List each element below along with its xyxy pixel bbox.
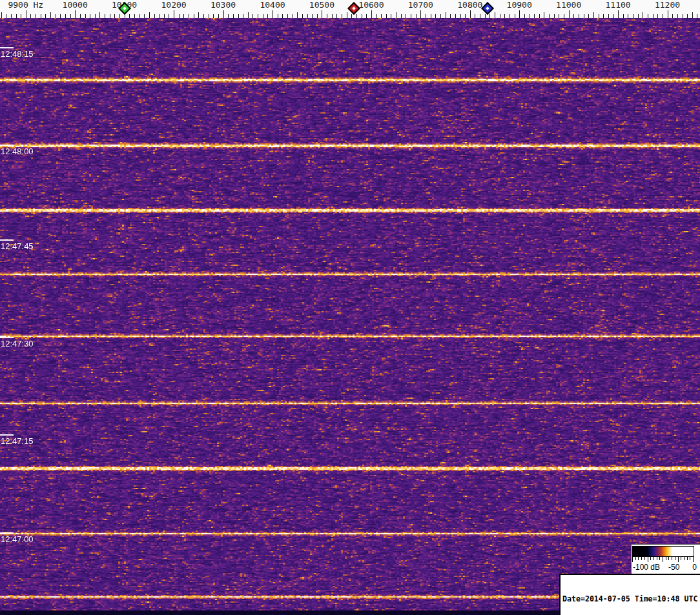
- ruler-tick: [134, 14, 135, 18]
- ruler-tick: [273, 10, 273, 18]
- legend-tick: [654, 557, 654, 560]
- marker-center-dot: [123, 6, 127, 10]
- ruler-tick: [169, 14, 169, 18]
- ruler-tick: [638, 14, 639, 18]
- ruler-tick: [489, 14, 490, 18]
- ruler-tick: [154, 14, 155, 18]
- ruler-tick: [99, 12, 100, 18]
- ruler-tick: [420, 10, 421, 18]
- ruler-tick: [50, 12, 51, 18]
- ruler-tick: [608, 14, 609, 18]
- ruler-tick: [539, 14, 540, 18]
- ruler-tick: [30, 14, 31, 18]
- ruler-tick: [60, 14, 61, 18]
- ruler-tick: [613, 14, 614, 18]
- ruler-tick: [95, 14, 96, 18]
- ruler-tick: [663, 14, 663, 18]
- legend-tick: [678, 557, 679, 562]
- ruler-tick: [41, 14, 41, 18]
- ruler-tick: [485, 14, 486, 18]
- freq-label: 11100: [606, 0, 631, 10]
- ruler-tick: [465, 14, 466, 18]
- legend-tick: [638, 557, 639, 560]
- ruler-tick: [376, 14, 377, 18]
- ruler-tick: [209, 14, 209, 18]
- legend-tick: [632, 557, 633, 562]
- ruler-tick: [336, 14, 337, 18]
- ruler-tick: [470, 10, 471, 18]
- legend-mid-label: -50: [668, 563, 679, 572]
- ruler-tick: [633, 14, 633, 18]
- ruler-tick: [519, 10, 520, 18]
- ruler-tick: [618, 10, 619, 18]
- ruler-tick: [455, 14, 456, 18]
- ruler-tick: [149, 12, 150, 18]
- ruler-tick: [11, 14, 12, 18]
- ruler-tick: [293, 14, 293, 18]
- ruler-tick: [312, 14, 313, 18]
- ruler-tick: [396, 12, 396, 18]
- ruler-tick: [85, 14, 86, 18]
- legend-tick: [657, 557, 657, 560]
- ruler-tick: [530, 14, 530, 18]
- ruler-tick: [515, 14, 515, 18]
- ruler-tick: [159, 14, 160, 18]
- ruler-tick: [406, 14, 406, 18]
- ruler-tick: [110, 14, 110, 18]
- ruler-tick: [144, 14, 145, 18]
- ruler-tick: [75, 10, 76, 18]
- ruler-tick: [603, 14, 604, 18]
- freq-label: 10900: [507, 0, 532, 10]
- freq-label: 11000: [556, 0, 581, 10]
- ruler-tick: [579, 14, 579, 18]
- ruler-tick: [460, 14, 461, 18]
- marker-blue-diamond-icon[interactable]: [481, 2, 494, 15]
- legend-tick: [659, 557, 660, 560]
- ruler-tick: [6, 14, 6, 18]
- colorbar-ticks: [632, 557, 694, 563]
- ruler-tick: [322, 10, 322, 18]
- status-info-box: Date=2014-07-05 Time=10:48 UTC Freq=143 …: [559, 574, 700, 615]
- ruler-tick: [648, 14, 648, 18]
- ruler-tick: [1, 12, 2, 18]
- ruler-tick: [643, 12, 643, 18]
- time-label: 12:47:15: [1, 436, 34, 446]
- ruler-tick: [573, 14, 574, 18]
- ruler-tick: [356, 14, 357, 18]
- ruler-tick: [21, 14, 21, 18]
- ruler-tick: [569, 10, 570, 18]
- legend-tick: [644, 557, 645, 560]
- ruler-tick: [238, 14, 239, 18]
- ruler-tick: [446, 12, 446, 18]
- ruler-tick: [347, 12, 347, 18]
- ruler-tick: [105, 14, 105, 18]
- freq-label: 9900 Hz: [8, 0, 43, 10]
- colorbar-gradient: [632, 546, 694, 557]
- freq-label: 11200: [655, 0, 680, 10]
- ruler-tick: [139, 14, 140, 18]
- freq-label: 10000: [63, 0, 88, 10]
- legend-min-label: -100 dB: [633, 563, 660, 572]
- freq-label: 10600: [358, 0, 384, 10]
- ruler-tick: [203, 14, 204, 18]
- ruler-tick: [198, 12, 199, 18]
- legend-tick: [641, 557, 642, 560]
- ruler-tick: [554, 14, 555, 18]
- ruler-tick: [223, 10, 224, 18]
- waterfall-display: [0, 18, 700, 615]
- time-label: 12:47:45: [1, 241, 34, 251]
- ruler-tick: [500, 14, 500, 18]
- ruler-tick: [302, 14, 303, 18]
- ruler-tick: [657, 14, 658, 18]
- ruler-tick: [114, 14, 115, 18]
- legend-tick: [668, 557, 669, 560]
- ruler-tick: [599, 14, 599, 18]
- ruler-tick: [16, 14, 17, 18]
- ruler-tick: [510, 14, 510, 18]
- ruler-tick: [416, 14, 417, 18]
- ruler-tick: [258, 14, 258, 18]
- ruler-tick: [327, 14, 327, 18]
- ruler-tick: [401, 14, 402, 18]
- ruler-tick: [435, 14, 436, 18]
- ruler-tick: [668, 10, 668, 18]
